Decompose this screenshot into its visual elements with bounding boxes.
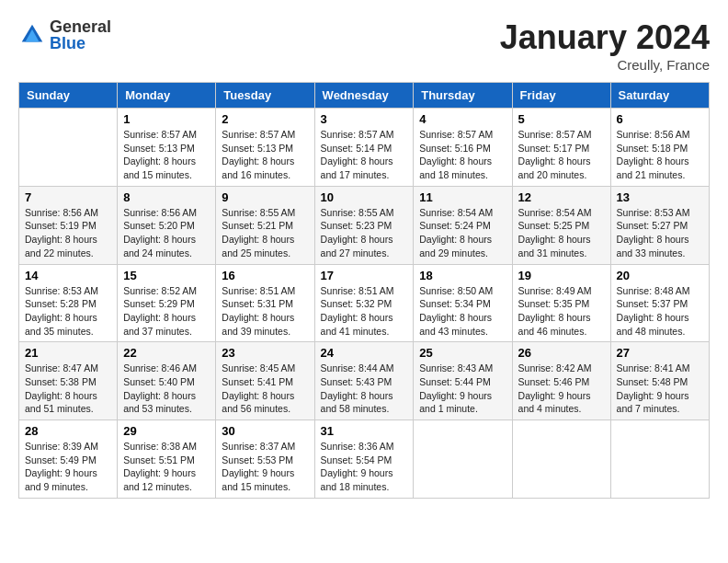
- day-info: Sunrise: 8:56 AMSunset: 5:18 PMDaylight:…: [617, 129, 690, 180]
- day-number: 20: [617, 269, 703, 282]
- day-info: Sunrise: 8:41 AMSunset: 5:48 PMDaylight:…: [617, 362, 690, 414]
- day-info: Sunrise: 8:37 AMSunset: 5:53 PMDaylight:…: [222, 441, 295, 492]
- day-number: 28: [25, 424, 111, 438]
- day-number: 13: [617, 190, 703, 204]
- day-number: 4: [419, 112, 506, 126]
- day-number: 23: [222, 346, 308, 360]
- calendar-cell: [414, 420, 512, 499]
- day-number: 31: [321, 424, 408, 438]
- day-info: Sunrise: 8:56 AMSunset: 5:19 PMDaylight:…: [25, 207, 98, 259]
- header-sunday: Sunday: [19, 83, 118, 109]
- calendar-cell: 14 Sunrise: 8:53 AMSunset: 5:28 PMDaylig…: [19, 264, 118, 342]
- week-row-0: 1 Sunrise: 8:57 AMSunset: 5:13 PMDayligh…: [19, 109, 710, 187]
- day-number: 8: [123, 190, 210, 204]
- calendar-cell: 17 Sunrise: 8:51 AMSunset: 5:32 PMDaylig…: [314, 264, 414, 342]
- header-monday: Monday: [118, 83, 216, 109]
- day-number: 21: [25, 346, 111, 360]
- header: General Blue January 2024 Creully, Franc…: [18, 18, 710, 73]
- header-wednesday: Wednesday: [314, 83, 414, 109]
- calendar-cell: 6 Sunrise: 8:56 AMSunset: 5:18 PMDayligh…: [610, 109, 709, 187]
- logo-blue-text: Blue: [50, 35, 111, 52]
- day-number: 30: [222, 424, 308, 438]
- day-info: Sunrise: 8:57 AMSunset: 5:14 PMDaylight:…: [321, 129, 394, 180]
- day-number: 1: [123, 112, 210, 126]
- calendar-cell: [512, 420, 610, 499]
- day-info: Sunrise: 8:57 AMSunset: 5:13 PMDaylight:…: [222, 129, 295, 180]
- day-number: 25: [419, 346, 506, 360]
- calendar-cell: 23 Sunrise: 8:45 AMSunset: 5:41 PMDaylig…: [216, 342, 314, 420]
- day-number: 6: [617, 112, 703, 126]
- calendar-cell: 22 Sunrise: 8:46 AMSunset: 5:40 PMDaylig…: [118, 342, 216, 420]
- day-info: Sunrise: 8:44 AMSunset: 5:43 PMDaylight:…: [321, 362, 394, 414]
- day-number: 7: [25, 190, 111, 204]
- calendar-cell: 8 Sunrise: 8:56 AMSunset: 5:20 PMDayligh…: [118, 186, 216, 264]
- calendar-cell: 29 Sunrise: 8:38 AMSunset: 5:51 PMDaylig…: [118, 420, 216, 499]
- day-number: 22: [123, 346, 210, 360]
- header-saturday: Saturday: [610, 83, 709, 109]
- calendar-cell: 15 Sunrise: 8:52 AMSunset: 5:29 PMDaylig…: [118, 264, 216, 342]
- day-info: Sunrise: 8:55 AMSunset: 5:21 PMDaylight:…: [222, 207, 295, 259]
- calendar-cell: 21 Sunrise: 8:47 AMSunset: 5:38 PMDaylig…: [19, 342, 118, 420]
- calendar-cell: 19 Sunrise: 8:49 AMSunset: 5:35 PMDaylig…: [512, 264, 610, 342]
- day-info: Sunrise: 8:46 AMSunset: 5:40 PMDaylight:…: [123, 362, 197, 414]
- calendar-cell: [610, 420, 709, 499]
- day-info: Sunrise: 8:49 AMSunset: 5:35 PMDaylight:…: [518, 285, 592, 337]
- day-info: Sunrise: 8:57 AMSunset: 5:17 PMDaylight:…: [518, 129, 592, 180]
- day-number: 29: [123, 424, 210, 438]
- calendar-header-row: SundayMondayTuesdayWednesdayThursdayFrid…: [19, 83, 710, 109]
- calendar-cell: [19, 109, 118, 187]
- day-info: Sunrise: 8:56 AMSunset: 5:20 PMDaylight:…: [123, 207, 197, 259]
- calendar-cell: 28 Sunrise: 8:39 AMSunset: 5:49 PMDaylig…: [19, 420, 118, 499]
- day-number: 3: [321, 112, 408, 126]
- day-info: Sunrise: 8:51 AMSunset: 5:31 PMDaylight:…: [222, 285, 295, 337]
- day-info: Sunrise: 8:52 AMSunset: 5:29 PMDaylight:…: [123, 285, 197, 337]
- day-number: 11: [419, 190, 506, 204]
- day-info: Sunrise: 8:47 AMSunset: 5:38 PMDaylight:…: [25, 362, 98, 414]
- day-info: Sunrise: 8:39 AMSunset: 5:49 PMDaylight:…: [25, 441, 98, 492]
- calendar-cell: 1 Sunrise: 8:57 AMSunset: 5:13 PMDayligh…: [118, 109, 216, 187]
- header-thursday: Thursday: [414, 83, 512, 109]
- calendar-cell: 10 Sunrise: 8:55 AMSunset: 5:23 PMDaylig…: [314, 186, 414, 264]
- logo-icon: [18, 21, 46, 49]
- logo: General Blue: [18, 18, 111, 52]
- month-title: January 2024: [500, 18, 710, 57]
- calendar-cell: 24 Sunrise: 8:44 AMSunset: 5:43 PMDaylig…: [314, 342, 414, 420]
- week-row-1: 7 Sunrise: 8:56 AMSunset: 5:19 PMDayligh…: [19, 186, 710, 264]
- calendar-cell: 7 Sunrise: 8:56 AMSunset: 5:19 PMDayligh…: [19, 186, 118, 264]
- calendar-cell: 20 Sunrise: 8:48 AMSunset: 5:37 PMDaylig…: [610, 264, 709, 342]
- location: Creully, France: [500, 57, 710, 73]
- day-number: 18: [419, 269, 506, 282]
- day-number: 24: [321, 346, 408, 360]
- calendar-cell: 31 Sunrise: 8:36 AMSunset: 5:54 PMDaylig…: [314, 420, 414, 499]
- day-info: Sunrise: 8:54 AMSunset: 5:24 PMDaylight:…: [419, 207, 493, 259]
- calendar-cell: 25 Sunrise: 8:43 AMSunset: 5:44 PMDaylig…: [414, 342, 512, 420]
- week-row-2: 14 Sunrise: 8:53 AMSunset: 5:28 PMDaylig…: [19, 264, 710, 342]
- calendar-cell: 16 Sunrise: 8:51 AMSunset: 5:31 PMDaylig…: [216, 264, 314, 342]
- day-info: Sunrise: 8:55 AMSunset: 5:23 PMDaylight:…: [321, 207, 394, 259]
- day-info: Sunrise: 8:36 AMSunset: 5:54 PMDaylight:…: [321, 441, 394, 492]
- day-number: 2: [222, 112, 308, 126]
- calendar-cell: 26 Sunrise: 8:42 AMSunset: 5:46 PMDaylig…: [512, 342, 610, 420]
- header-tuesday: Tuesday: [216, 83, 314, 109]
- logo-text: General Blue: [50, 18, 111, 52]
- calendar-cell: 13 Sunrise: 8:53 AMSunset: 5:27 PMDaylig…: [610, 186, 709, 264]
- calendar-cell: 2 Sunrise: 8:57 AMSunset: 5:13 PMDayligh…: [216, 109, 314, 187]
- day-info: Sunrise: 8:54 AMSunset: 5:25 PMDaylight:…: [518, 207, 592, 259]
- day-number: 16: [222, 269, 308, 282]
- calendar: SundayMondayTuesdayWednesdayThursdayFrid…: [18, 82, 710, 499]
- day-info: Sunrise: 8:43 AMSunset: 5:44 PMDaylight:…: [419, 362, 493, 414]
- day-info: Sunrise: 8:50 AMSunset: 5:34 PMDaylight:…: [419, 285, 493, 337]
- week-row-4: 28 Sunrise: 8:39 AMSunset: 5:49 PMDaylig…: [19, 420, 710, 499]
- week-row-3: 21 Sunrise: 8:47 AMSunset: 5:38 PMDaylig…: [19, 342, 710, 420]
- day-number: 5: [518, 112, 605, 126]
- day-number: 17: [321, 269, 408, 282]
- day-number: 19: [518, 269, 605, 282]
- calendar-cell: 4 Sunrise: 8:57 AMSunset: 5:16 PMDayligh…: [414, 109, 512, 187]
- day-number: 9: [222, 190, 308, 204]
- day-number: 10: [321, 190, 408, 204]
- day-info: Sunrise: 8:42 AMSunset: 5:46 PMDaylight:…: [518, 362, 592, 414]
- calendar-cell: 5 Sunrise: 8:57 AMSunset: 5:17 PMDayligh…: [512, 109, 610, 187]
- calendar-cell: 27 Sunrise: 8:41 AMSunset: 5:48 PMDaylig…: [610, 342, 709, 420]
- calendar-cell: 3 Sunrise: 8:57 AMSunset: 5:14 PMDayligh…: [314, 109, 414, 187]
- day-info: Sunrise: 8:57 AMSunset: 5:16 PMDaylight:…: [419, 129, 493, 180]
